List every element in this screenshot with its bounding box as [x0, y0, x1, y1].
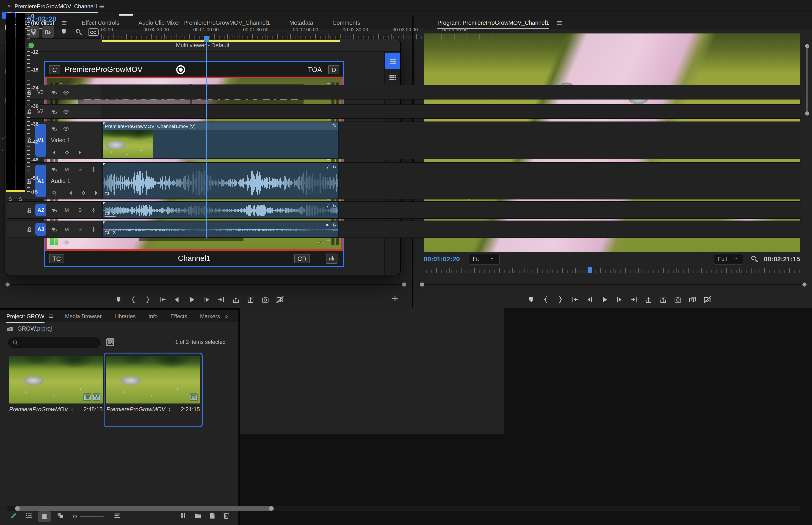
- lock-icon[interactable]: [26, 207, 32, 214]
- program-current-timecode[interactable]: 00:01:02:20: [424, 255, 460, 263]
- project-tab-4[interactable]: Effects: [170, 313, 187, 319]
- clip-thumbnail[interactable]: [9, 356, 103, 404]
- list-view-icon[interactable]: [25, 512, 32, 520]
- mark-in-icon[interactable]: [129, 296, 137, 303]
- playhead-line[interactable]: [206, 40, 207, 238]
- tab-3[interactable]: Metadata: [289, 19, 313, 26]
- solo-button[interactable]: S: [78, 207, 82, 213]
- next-keyframe-icon[interactable]: [93, 190, 100, 196]
- search-input[interactable]: [8, 338, 100, 348]
- keyframe-type-icon[interactable]: [51, 190, 57, 196]
- panel-menu-icon[interactable]: [556, 19, 562, 26]
- solo-right-button[interactable]: S: [19, 196, 22, 202]
- search-field[interactable]: [21, 339, 90, 346]
- work-area-bar[interactable]: [102, 40, 340, 42]
- search-bin-icon[interactable]: [106, 339, 114, 346]
- goto-in-icon[interactable]: [571, 296, 579, 303]
- voiceover-record-icon[interactable]: [90, 166, 97, 172]
- v-scroll-handle-bottom[interactable]: [805, 111, 809, 116]
- play-icon[interactable]: [188, 296, 196, 303]
- prev-keyframe-icon[interactable]: [51, 149, 57, 156]
- timeline-v-scrollbar[interactable]: [806, 46, 808, 115]
- project-clip-1[interactable]: PremiereProGrowMOV_C… 2:21:15: [106, 356, 200, 412]
- settings-wrench-icon[interactable]: [751, 255, 758, 263]
- hamburger-icon[interactable]: [48, 313, 54, 319]
- hamburger-icon[interactable]: [61, 19, 67, 26]
- source-assign-icon[interactable]: [51, 207, 57, 214]
- lift-icon[interactable]: [645, 296, 652, 303]
- source-assign-icon[interactable]: [51, 89, 57, 96]
- goto-out-icon[interactable]: [630, 296, 638, 303]
- step-back-icon[interactable]: [173, 296, 181, 303]
- freeform-icon[interactable]: [56, 512, 64, 520]
- breadcrumb[interactable]: GROW.prproj: [6, 325, 52, 332]
- program-resolution-select[interactable]: Full: [714, 254, 743, 265]
- sort-icon[interactable]: [114, 512, 121, 519]
- fx-badge[interactable]: fx: [333, 202, 336, 208]
- project-tab-3[interactable]: Info: [149, 313, 158, 319]
- project-tab-1[interactable]: Media Browser: [65, 313, 102, 319]
- audio-clip-2[interactable]: fx Ch. 2: [102, 202, 339, 218]
- goto-out-icon[interactable]: [217, 296, 225, 303]
- project-clip-0[interactable]: PremiereProGrowMOV_Ch… 2:48:15: [9, 356, 103, 412]
- fx-badge[interactable]: fx: [333, 164, 336, 169]
- timeline-h-scrollbar[interactable]: [7, 506, 801, 511]
- source-patch-A2[interactable]: A2: [35, 204, 46, 216]
- mute-button[interactable]: M: [65, 207, 69, 213]
- next-keyframe-icon[interactable]: [77, 149, 83, 156]
- program-zoom-select[interactable]: Fit: [469, 254, 500, 265]
- project-tab-2[interactable]: Libraries: [115, 313, 135, 319]
- clip-thumbnail[interactable]: [106, 356, 200, 404]
- extract-icon[interactable]: [247, 296, 254, 303]
- toggle-track-output-icon[interactable]: [63, 89, 69, 96]
- program-playhead[interactable]: [588, 267, 592, 273]
- audio-clip-1[interactable]: fx Ch. 1: [102, 163, 339, 199]
- v-scroll-handle-top[interactable]: [805, 44, 809, 48]
- program-mini-ruler[interactable]: [424, 268, 800, 273]
- automate-icon[interactable]: [180, 512, 187, 520]
- compare-icon[interactable]: [689, 296, 696, 303]
- source-patch-A3[interactable]: A3: [35, 223, 46, 236]
- tab-2[interactable]: Audio Clip Mixer: PremiereProGrowMOV_Cha…: [138, 19, 270, 26]
- source-assign-icon[interactable]: [51, 166, 57, 173]
- tab-sequence[interactable]: PremiereProGrowMOV_Channel1: [14, 3, 97, 10]
- voiceover-record-icon[interactable]: [90, 207, 97, 213]
- track-name[interactable]: Audio 1: [51, 178, 70, 184]
- mark-in-icon[interactable]: [542, 296, 550, 303]
- program-zoom-scrollbar[interactable]: [420, 281, 807, 288]
- add-keyframe-icon[interactable]: [64, 149, 70, 156]
- histogram-button[interactable]: [326, 253, 337, 264]
- toggle-track-output-icon[interactable]: [63, 109, 69, 115]
- add-keyframe-icon[interactable]: [80, 190, 87, 196]
- voiceover-record-icon[interactable]: [90, 226, 97, 232]
- step-fwd-icon[interactable]: [202, 296, 210, 303]
- zoom-knob-icon[interactable]: [72, 513, 78, 520]
- timeline-ruler[interactable]: :00:0000:00:30:0000:01:00:0000:01:30:000…: [0, 27, 812, 42]
- tab-1[interactable]: Effect Controls: [82, 19, 119, 26]
- play-icon[interactable]: [601, 296, 608, 303]
- mute-button[interactable]: M: [65, 226, 69, 232]
- new-item-icon[interactable]: [208, 512, 216, 520]
- solo-button[interactable]: S: [78, 166, 82, 172]
- camera-icon[interactable]: [261, 296, 269, 303]
- multicam-icon[interactable]: [276, 296, 284, 303]
- mute-button[interactable]: M: [65, 166, 69, 172]
- project-tab-5[interactable]: Markers: [200, 313, 220, 319]
- solo-left-button[interactable]: S: [9, 196, 12, 202]
- prev-keyframe-icon[interactable]: [67, 190, 74, 196]
- step-fwd-icon[interactable]: [615, 296, 623, 303]
- project-tab-0[interactable]: Project: GROW: [6, 313, 44, 319]
- toggle-track-output-icon[interactable]: [63, 126, 69, 132]
- audio-clip-3[interactable]: fx Ch. 3: [102, 221, 339, 238]
- step-back-icon[interactable]: [586, 296, 594, 303]
- mark-out-icon[interactable]: [144, 296, 152, 303]
- new-bin-icon[interactable]: [194, 512, 202, 520]
- source-zoom-scrollbar[interactable]: [5, 281, 406, 288]
- tab-overflow-chevron[interactable]: »: [224, 313, 228, 319]
- fx-badge[interactable]: fx: [332, 122, 336, 128]
- video-clip[interactable]: PremiereProGrowMOV_Channel1.mov [V] fx: [102, 122, 339, 159]
- mark-out-icon[interactable]: [557, 296, 565, 303]
- source-assign-icon[interactable]: [51, 226, 57, 233]
- track-name[interactable]: Video 1: [51, 137, 70, 144]
- marker-icon[interactable]: [527, 296, 535, 303]
